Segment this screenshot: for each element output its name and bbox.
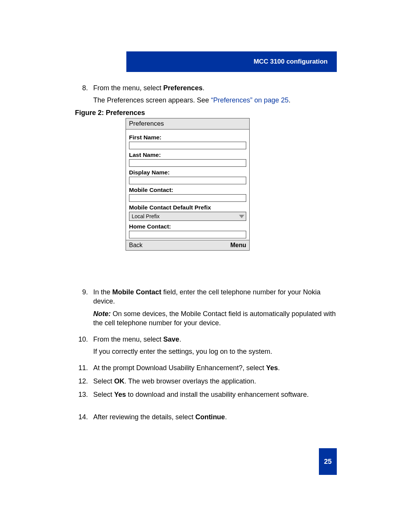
- step-number: 10.: [75, 335, 93, 356]
- step-body: Select OK. The web browser overlays the …: [93, 377, 337, 386]
- last-name-label: Last Name:: [129, 152, 246, 158]
- back-softkey[interactable]: Back: [129, 242, 143, 249]
- home-contact-field[interactable]: [129, 231, 246, 238]
- bold-text: Yes: [114, 391, 126, 398]
- menu-softkey[interactable]: Menu: [230, 242, 246, 249]
- step-body: At the prompt Download Usability Enhance…: [93, 363, 337, 372]
- text: The Preferences screen appears. See: [93, 96, 211, 104]
- step-number: 11.: [75, 363, 93, 372]
- figure-caption: Figure 2: Preferences: [75, 108, 337, 117]
- step-body: From the menu, select Preferences. The P…: [93, 83, 337, 105]
- text: .: [179, 335, 181, 343]
- step-body: After reviewing the details, select Cont…: [93, 412, 337, 422]
- step-number: 14.: [75, 412, 93, 422]
- step-number: 13.: [75, 390, 93, 399]
- step-note: Note: On some devices, the Mobile Contac…: [93, 309, 337, 328]
- bold-text: Mobile Contact: [112, 288, 161, 296]
- page-number-value: 25: [324, 458, 331, 466]
- prefix-label: Mobile Contact Default Prefix: [129, 204, 246, 211]
- bold-text: Preferences: [163, 84, 202, 92]
- header-title: MCC 3100 configuration: [253, 58, 328, 66]
- display-name-label: Display Name:: [129, 169, 246, 176]
- panel-footer: Back Menu: [126, 240, 249, 250]
- text: In the: [93, 288, 112, 296]
- text: .: [288, 96, 290, 104]
- step-14: 14. After reviewing the details, select …: [75, 412, 337, 424]
- step-sub: The Preferences screen appears. See “Pre…: [93, 96, 337, 105]
- prefix-select[interactable]: Local Prefix: [129, 212, 246, 221]
- panel-title: Preferences: [126, 118, 249, 129]
- text: .: [225, 413, 227, 421]
- text: to download and install the usability en…: [126, 391, 309, 398]
- bold-text: OK: [114, 377, 124, 385]
- text: .: [202, 84, 204, 92]
- step-number: 12.: [75, 377, 93, 386]
- text: Select: [93, 377, 114, 385]
- step-number: 8.: [75, 83, 93, 105]
- display-name-field[interactable]: [129, 177, 246, 184]
- step-body: From the menu, select Save. If you corre…: [93, 335, 337, 356]
- preferences-panel: Preferences First Name: Last Name: Displ…: [126, 118, 250, 251]
- text: From the menu, select: [93, 335, 163, 343]
- step-13: 13. Select Yes to download and install t…: [75, 390, 337, 401]
- page: MCC 3100 configuration 8. From the menu,…: [0, 0, 411, 532]
- first-name-field[interactable]: [129, 142, 246, 149]
- step-body: Select Yes to download and install the u…: [93, 390, 337, 399]
- text: At the prompt Download Usability Enhance…: [93, 364, 266, 372]
- step-8: 8. From the menu, select Preferences. Th…: [75, 83, 337, 107]
- last-name-field[interactable]: [129, 159, 246, 167]
- step-10: 10. From the menu, select Save. If you c…: [75, 335, 337, 359]
- first-name-label: First Name:: [129, 134, 246, 141]
- note-body: On some devices, the Mobile Contact fiel…: [93, 310, 336, 327]
- step-number: 9.: [75, 288, 93, 328]
- bold-text: Yes: [266, 364, 278, 372]
- text: From the menu, select: [93, 84, 163, 92]
- step-sub: If you correctly enter the settings, you…: [93, 347, 337, 356]
- panel-content: First Name: Last Name: Display Name: Mob…: [126, 129, 249, 240]
- mobile-contact-label: Mobile Contact:: [129, 187, 246, 193]
- step-12: 12. Select OK. The web browser overlays …: [75, 377, 337, 388]
- prefix-value: Local Prefix: [132, 213, 159, 219]
- text: Select: [93, 391, 114, 398]
- bold-text: Save: [163, 335, 179, 343]
- note-label: Note:: [93, 310, 111, 318]
- step-9: 9. In the Mobile Contact field, enter th…: [75, 288, 337, 330]
- cross-reference-link[interactable]: “Preferences” on page 25: [211, 96, 288, 104]
- text: . The web browser overlays the applicati…: [124, 377, 256, 385]
- header-bar: MCC 3100 configuration: [126, 51, 337, 72]
- bold-text: Continue: [195, 413, 225, 421]
- text: After reviewing the details, select: [93, 413, 195, 421]
- mobile-contact-field[interactable]: [129, 194, 246, 202]
- page-number: 25: [319, 448, 337, 475]
- text: .: [278, 364, 280, 372]
- home-contact-label: Home Contact:: [129, 223, 246, 230]
- chevron-down-icon: [239, 215, 244, 218]
- step-11: 11. At the prompt Download Usability Enh…: [75, 363, 337, 375]
- step-body: In the Mobile Contact field, enter the c…: [93, 288, 337, 328]
